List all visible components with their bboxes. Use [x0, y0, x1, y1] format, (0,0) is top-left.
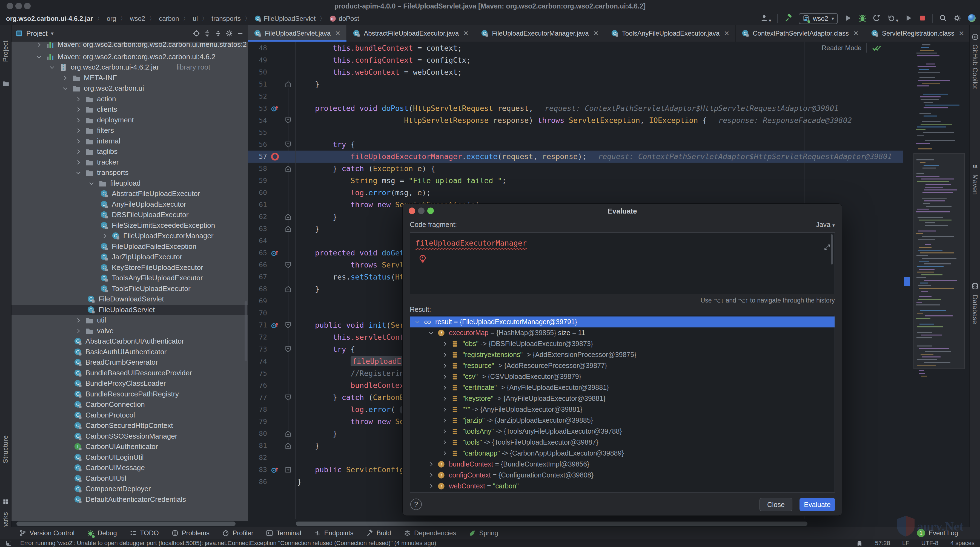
close-button[interactable]: Close: [759, 498, 792, 511]
tree-item[interactable]: CFileUploadFailedException: [11, 242, 248, 252]
result-tree-row[interactable]: "dbs" -> {DBSFileUploadExecutor@39873}: [410, 339, 835, 349]
tree-item[interactable]: CBundleProxyClassLoader: [11, 378, 248, 389]
profiler-button[interactable]: ▾: [887, 14, 898, 24]
chevron-right-icon[interactable]: [442, 385, 448, 391]
fold-plus-icon[interactable]: [285, 466, 292, 473]
toolwindow-dependencies[interactable]: Dependencies: [404, 529, 456, 537]
result-tree-row[interactable]: "toolsAny" -> {ToolsAnyFileUploadExecuto…: [410, 426, 835, 437]
chevron-down-icon[interactable]: [428, 330, 434, 336]
fold-down-icon[interactable]: [285, 117, 292, 124]
result-tree-row[interactable]: "*" -> {AnyFileUploadExecutor@39881}: [410, 404, 835, 415]
stripe-project-label[interactable]: Project: [2, 41, 9, 62]
chevron-right-icon[interactable]: [75, 317, 82, 324]
chevron-down-icon[interactable]: [414, 319, 420, 325]
code-line[interactable]: 50this.webContext = webContext;: [248, 66, 903, 78]
editor-tab[interactable]: CFileUploadServlet.java✕: [248, 25, 347, 41]
tree-item[interactable]: CCarbonSSOSessionManager: [11, 431, 248, 442]
build-project-button[interactable]: [784, 14, 793, 24]
fold-down-icon[interactable]: [285, 261, 292, 269]
database-icon[interactable]: [972, 283, 978, 289]
result-tree-row[interactable]: "resource" -> {AddResourceProcessor@3987…: [410, 360, 835, 371]
tree-item[interactable]: CComponentDeployer: [11, 484, 248, 494]
user-menu-button[interactable]: ▾: [760, 14, 771, 24]
chevron-down-icon[interactable]: [62, 85, 68, 92]
minimap-viewport[interactable]: [913, 153, 965, 369]
fold-up-icon[interactable]: [285, 81, 292, 88]
tree-item[interactable]: CFileUploadServlet: [11, 305, 248, 315]
maven-icon[interactable]: m: [972, 162, 978, 169]
toolwindow-todo[interactable]: TODO: [130, 529, 159, 537]
tree-item[interactable]: valve: [11, 326, 248, 336]
tab-close-icon[interactable]: ✕: [724, 30, 729, 37]
tab-close-icon[interactable]: ✕: [959, 30, 964, 37]
toolwindow-switcher-icon[interactable]: [5, 540, 12, 547]
code-line[interactable]: 55: [248, 127, 903, 138]
fold-down-icon[interactable]: [285, 141, 292, 148]
tree-item[interactable]: CBundleResourcePathRegistry: [11, 389, 248, 399]
toolwindow-endpoints[interactable]: Endpoints: [314, 529, 353, 537]
editor-tab[interactable]: CServletRegistration.class✕: [865, 25, 969, 41]
tab-close-icon[interactable]: ✕: [463, 30, 469, 37]
breadcrumb-item[interactable]: org.wso2.carbon.ui-4.6.2.jar: [6, 15, 93, 22]
tree-item[interactable]: transports: [11, 167, 248, 178]
code-line[interactable]: 60log.error(msg, e);: [248, 187, 903, 199]
fold-down-icon[interactable]: [285, 322, 292, 329]
result-tree-row[interactable]: fbundleContext = {BundleContextImpl@3985…: [410, 459, 835, 470]
tree-item[interactable]: tracker: [11, 157, 248, 167]
project-stripe-icon[interactable]: [2, 80, 9, 87]
tree-item[interactable]: CCarbonUIMessage: [11, 463, 248, 473]
result-tree-row[interactable]: "jarZip" -> {JarZipUploadExecutor@39885}: [410, 415, 835, 426]
override-method-icon[interactable]: [271, 321, 279, 329]
settings-button[interactable]: [953, 14, 961, 23]
stripe-maven-label[interactable]: Maven: [971, 174, 979, 195]
event-log-button[interactable]: 1 Event Log: [917, 529, 958, 537]
breadcrumb-item[interactable]: wso2: [130, 15, 145, 22]
tree-item[interactable]: action: [11, 94, 248, 104]
tree-item[interactable]: CCarbonUIUtil: [11, 473, 248, 484]
tree-item[interactable]: CAbstractCarbonUIAuthenticator: [11, 336, 248, 347]
breadcrumb-item[interactable]: CFileUploadServlet: [255, 15, 315, 22]
chevron-right-icon[interactable]: [442, 450, 448, 456]
fold-up-icon[interactable]: [285, 442, 292, 449]
tree-item[interactable]: CCarbonConnection: [11, 399, 248, 410]
code-line[interactable]: 53protected void doPost(HttpServletReque…: [248, 102, 903, 114]
expand-all-button[interactable]: [204, 30, 211, 37]
code-line[interactable]: 59String msg = "File upload failed ";: [248, 175, 903, 187]
code-line[interactable]: 48this.bundleContext = context;: [248, 42, 903, 54]
tree-item[interactable]: ICarbonUIAuthenticator: [11, 442, 248, 452]
tree-item[interactable]: deployment: [11, 115, 248, 126]
toolwindow-terminal[interactable]: Terminal: [266, 529, 301, 537]
result-tree-row[interactable]: fwebContext = "carbon": [410, 481, 835, 492]
structure-icon[interactable]: [2, 498, 9, 506]
debug-button[interactable]: [858, 14, 867, 24]
chevron-right-icon[interactable]: [101, 233, 108, 239]
reader-mode-widget[interactable]: Reader Mode: [822, 43, 881, 52]
tree-item[interactable]: Maven: org.wso2.carbon:org.wso2.carbon.u…: [11, 52, 248, 62]
github-copilot-icon[interactable]: [972, 33, 978, 41]
tree-item[interactable]: CFileSizeLimitExceededException: [11, 220, 248, 231]
tree-item[interactable]: CToolsFileUploadExecutor: [11, 284, 248, 294]
chevron-right-icon[interactable]: [428, 472, 434, 478]
fold-up-icon[interactable]: [285, 430, 292, 437]
result-tree-row[interactable]: "registryextensions" -> {AddExtensionPro…: [410, 349, 835, 360]
editor-vscrollbar-thumb[interactable]: [904, 277, 910, 286]
indent-indicator[interactable]: 4 spaces: [950, 540, 975, 547]
result-tree-row[interactable]: result = {FileUploadExecutorManager@3979…: [410, 316, 835, 328]
tree-item[interactable]: META-INF: [11, 73, 248, 83]
project-tree-hscrollbar[interactable]: [16, 522, 235, 526]
tab-close-icon[interactable]: ✕: [335, 30, 340, 37]
tree-item[interactable]: CDBSFileUploadExecutor: [11, 210, 248, 220]
project-settings-button[interactable]: [226, 30, 233, 37]
breadcrumb-item[interactable]: transports: [212, 15, 241, 22]
line-column-indicator[interactable]: 57:28: [875, 540, 890, 547]
tree-item[interactable]: util: [11, 315, 248, 326]
code-line[interactable]: 57fileUploadExecutorManager.execute(requ…: [248, 151, 903, 163]
fold-down-icon[interactable]: [285, 394, 292, 401]
chevron-down-icon[interactable]: [49, 64, 55, 71]
tree-item[interactable]: org.wso2.carbon.ui-4.6.2.jarlibrary root: [11, 62, 248, 73]
chevron-down-icon[interactable]: [75, 170, 82, 176]
chevron-right-icon[interactable]: [75, 159, 82, 165]
result-tree-row[interactable]: "tools" -> {ToolsFileUploadExecutor@3988…: [410, 437, 835, 448]
run-dim-button[interactable]: [904, 14, 913, 23]
line-ending-indicator[interactable]: LF: [902, 540, 909, 547]
